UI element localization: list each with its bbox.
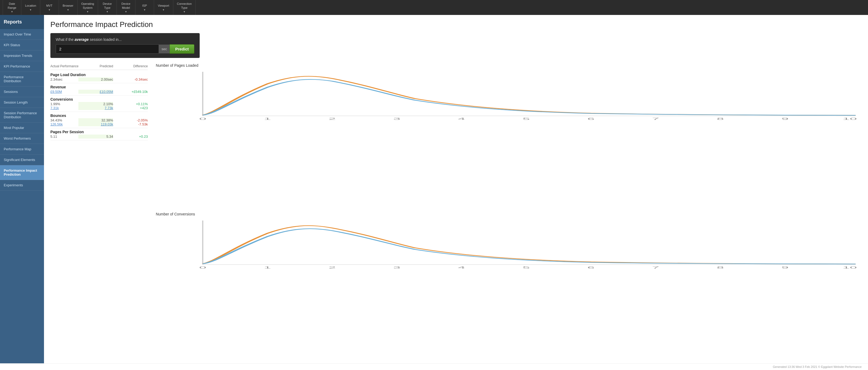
sidebar-item-performance-map[interactable]: Performance Map — [0, 144, 44, 154]
filter-date-range[interactable]: DateRange ▼ — [3, 0, 21, 15]
chart-conversions-svg: 0 1 2 3 4 5 6 7 8 9 10 — [156, 218, 862, 358]
metric-actual-conversions: 1.99%7.31k — [51, 102, 79, 110]
filter-browser[interactable]: Browser ▼ — [59, 0, 78, 15]
metric-actual-pages-per-session: 5.11 — [51, 135, 79, 139]
chart-conversions-title: Number of Conversions — [156, 212, 862, 216]
chevron-down-icon: ▼ — [106, 10, 108, 13]
results-section: Actual Performance Predicted Difference … — [51, 63, 862, 358]
svg-text:4: 4 — [458, 117, 465, 120]
sidebar-title: Reports — [0, 15, 44, 29]
sidebar-item-impact-over-time[interactable]: Impact Over Time — [0, 29, 44, 40]
sidebar-item-worst-performers[interactable]: Worst Performers — [0, 133, 44, 144]
svg-text:9: 9 — [782, 266, 789, 269]
predict-button[interactable]: Predict — [169, 44, 194, 54]
metric-predicted-page-load-duration: 2.00sec — [79, 78, 113, 81]
header-predicted: Predicted — [79, 64, 113, 68]
chevron-down-icon: ▼ — [86, 10, 89, 13]
filter-location[interactable]: Location ▼ — [21, 0, 40, 15]
svg-text:0: 0 — [199, 266, 206, 269]
sidebar-item-kpi-status[interactable]: KPI Status — [0, 40, 44, 51]
metric-row-conversions: Conversions 1.99%7.31k 2.10%7.73k +0.11%… — [51, 95, 148, 112]
svg-text:8: 8 — [717, 117, 724, 120]
metric-name-page-load-duration: Page Load Duration — [51, 73, 148, 78]
sidebar-item-significant-elements[interactable]: Significant Elements — [0, 154, 44, 165]
chart-conversions: Number of Conversions 0 1 2 3 4 — [156, 212, 862, 358]
content-area: Performance Impact Prediction What if th… — [44, 15, 868, 363]
sidebar-item-sessions[interactable]: Sessions — [0, 86, 44, 97]
metric-actual-revenue: £9.50M — [51, 90, 79, 94]
sidebar-item-performance-distribution[interactable]: Performance Distribution — [0, 72, 44, 86]
metric-row-pages-per-session: Pages Per Session 5.11 5.34 +0.23 — [51, 128, 148, 140]
svg-text:2: 2 — [329, 117, 336, 120]
metric-row-page-load-duration: Page Load Duration 2.34sec 2.00sec -0.34… — [51, 71, 148, 83]
metric-predicted-conversions: 2.10%7.73k — [79, 102, 113, 110]
chart-pages-loaded: Number of Pages Loaded 0 1 2 3 4 — [156, 63, 862, 209]
sidebar-item-impression-trends[interactable]: Impression Trends — [0, 51, 44, 61]
header-actual: Actual Performance — [51, 64, 79, 68]
chevron-down-icon: ▼ — [29, 8, 32, 11]
svg-text:7: 7 — [652, 117, 659, 120]
footer-text: Generated 13:36 Wed 3 Feb 2021 © Eggplan… — [773, 365, 862, 368]
filter-device-model[interactable]: DeviceModel ▼ — [117, 0, 135, 15]
metric-name-conversions: Conversions — [51, 97, 148, 102]
prediction-unit: sec — [159, 45, 169, 53]
prediction-input-row: sec Predict — [56, 44, 194, 54]
svg-text:1: 1 — [264, 266, 271, 269]
prediction-box: What if the average session loaded in...… — [51, 33, 200, 58]
footer: Generated 13:36 Wed 3 Feb 2021 © Eggplan… — [0, 363, 868, 370]
chevron-down-icon: ▼ — [67, 8, 69, 11]
chevron-down-icon: ▼ — [183, 10, 186, 13]
main-layout: Reports Impact Over Time KPI Status Impr… — [0, 15, 868, 363]
svg-text:9: 9 — [782, 117, 789, 120]
chevron-down-icon: ▼ — [125, 10, 127, 13]
filter-isp[interactable]: ISP ▼ — [135, 0, 154, 15]
metric-difference-conversions: +0.11%+423 — [113, 102, 148, 110]
svg-text:10: 10 — [843, 266, 857, 269]
metric-actual-page-load-duration: 2.34sec — [51, 78, 79, 81]
metric-difference-bounces: -2.05%-7.53k — [113, 118, 148, 126]
header-difference: Difference — [113, 64, 148, 68]
metric-row-bounces: Bounces 34.43%126.56k 32.38%119.03k -2.0… — [51, 112, 148, 128]
charts-area: Number of Pages Loaded 0 1 2 3 4 — [156, 63, 862, 358]
metric-predicted-revenue: £10.05M — [79, 90, 113, 94]
sidebar-item-session-performance-distribution[interactable]: Session Performance Distribution — [0, 108, 44, 122]
sidebar-item-most-popular[interactable]: Most Popular — [0, 122, 44, 133]
svg-text:5: 5 — [523, 117, 530, 120]
filter-mvt[interactable]: MVT ▼ — [40, 0, 59, 15]
metrics-table: Actual Performance Predicted Difference … — [51, 63, 148, 358]
metric-predicted-bounces: 32.38%119.03k — [79, 118, 113, 126]
filter-operating-system[interactable]: OperatingSystem ▼ — [78, 0, 98, 15]
svg-text:0: 0 — [199, 117, 206, 120]
metric-difference-revenue: +£549.10k — [113, 90, 148, 94]
metric-name-bounces: Bounces — [51, 113, 148, 118]
table-header-row: Actual Performance Predicted Difference — [51, 63, 148, 70]
chevron-down-icon: ▼ — [11, 10, 13, 13]
sidebar: Reports Impact Over Time KPI Status Impr… — [0, 15, 44, 363]
prompt-text: What if the average session loaded in... — [56, 37, 194, 41]
sidebar-item-performance-impact-prediction[interactable]: Performance Impact Prediction — [0, 165, 44, 180]
chevron-down-icon: ▼ — [162, 8, 165, 11]
chart-pages-loaded-svg: 0 1 2 3 4 5 6 7 8 9 10 — [156, 69, 862, 209]
svg-text:5: 5 — [523, 266, 530, 269]
svg-text:6: 6 — [588, 266, 595, 269]
sidebar-item-kpi-performance[interactable]: KPI Performance — [0, 61, 44, 72]
sidebar-item-experiments[interactable]: Experiments — [0, 180, 44, 191]
svg-text:7: 7 — [652, 266, 659, 269]
prediction-input[interactable] — [56, 44, 159, 54]
metric-name-revenue: Revenue — [51, 85, 148, 90]
svg-text:2: 2 — [329, 266, 336, 269]
metric-predicted-pages-per-session: 5.34 — [79, 135, 113, 139]
metric-difference-page-load-duration: -0.34sec — [113, 78, 148, 81]
sidebar-item-session-length[interactable]: Session Length — [0, 97, 44, 108]
svg-text:8: 8 — [717, 266, 724, 269]
svg-text:10: 10 — [843, 117, 857, 120]
chart-pages-loaded-title: Number of Pages Loaded — [156, 63, 862, 67]
svg-text:6: 6 — [588, 117, 595, 120]
filter-viewport[interactable]: Viewport ▼ — [154, 0, 173, 15]
svg-text:3: 3 — [393, 117, 400, 120]
metric-actual-bounces: 34.43%126.56k — [51, 118, 79, 126]
filter-device-type[interactable]: DeviceType ▼ — [98, 0, 117, 15]
filter-connection-type[interactable]: ConnectionType ▼ — [173, 0, 196, 15]
svg-text:1: 1 — [264, 117, 271, 120]
svg-text:4: 4 — [458, 266, 465, 269]
